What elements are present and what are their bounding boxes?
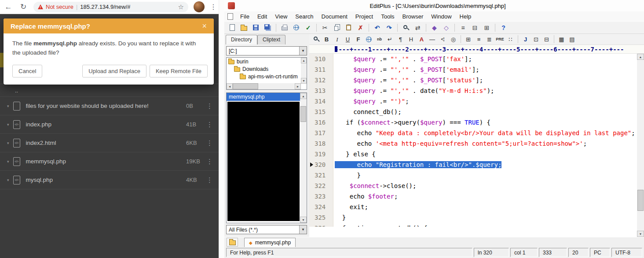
url-text[interactable]: 185.27.134.9/new/# [80,4,130,10]
target-icon[interactable]: ◎ [448,35,458,44]
upload-replace-button[interactable]: Upload and Replace [82,65,146,77]
list-icon[interactable]: ∷ [505,35,516,44]
globe-icon[interactable] [364,35,374,44]
copy-icon[interactable] [331,22,342,33]
save-icon[interactable] [250,22,261,33]
dropdown-icon[interactable]: ▼ [299,47,307,55]
delete-icon[interactable]: ✗ [355,22,366,33]
title-bar[interactable]: EditPlus - [C:\Users\burin\Downloads\mem… [224,0,644,11]
underline-icon[interactable]: U [343,35,353,44]
code-scrollbar[interactable]: ▲ ▼ [637,54,644,237]
toggle-marker-icon[interactable]: ◆ [429,22,440,33]
code-text[interactable]: $connect->close(); [333,181,416,191]
new-window-icon[interactable]: ⊞ [481,22,492,33]
layout-grid-icon[interactable]: ▤ [567,35,577,44]
selected-file[interactable]: memmysql.php [227,93,300,101]
paragraph-icon[interactable]: ¶ [395,35,406,44]
scroll-right-icon[interactable]: ► [295,83,301,89]
scrollbar-thumb[interactable] [300,106,306,122]
undo-icon[interactable]: ↶ [372,22,383,33]
browser-preview-icon[interactable] [291,22,302,33]
menu-file[interactable]: File [236,12,253,21]
file-filter-select[interactable]: All Files (*.*) ▼ [226,225,307,234]
close-icon[interactable]: × [202,22,207,31]
line-break-icon[interactable]: ↵ [385,35,395,44]
pre-icon[interactable]: PRE [495,35,505,44]
table-grid-icon[interactable]: ▦ [556,35,567,44]
replace-icon[interactable]: ⇄ [412,22,423,33]
menu-search[interactable]: Search [291,12,317,21]
form-icon[interactable]: ⊡ [531,35,541,44]
scroll-up-icon[interactable]: ▲ [300,93,307,99]
file-row[interactable]: ▾</>index2.html6KB⋮ [0,134,219,152]
dropdown-icon[interactable]: ▼ [299,225,307,234]
font-color-icon[interactable]: A [417,35,427,44]
frame-icon[interactable]: ⊟ [542,35,552,44]
tree-item-Downloads[interactable]: Downloads [227,65,307,73]
code-text[interactable]: } [333,212,346,223]
menu-document[interactable]: Document [318,12,351,21]
script-icon[interactable]: J [520,35,531,44]
chevron-down-icon[interactable]: ▾ [7,122,9,127]
folder-button[interactable] [227,238,238,247]
scrollbar-thumb[interactable] [637,190,644,211]
code-text[interactable]: $query .= "','" . $_POST['fax']; [333,54,472,64]
heading-icon[interactable]: H [406,35,416,44]
code-text[interactable]: echo $footer; [333,191,398,202]
drive-select[interactable]: [C:] ▼ [226,46,307,55]
row-menu-icon[interactable]: ⋮ [206,158,212,166]
chevron-down-icon[interactable]: ▾ [7,104,9,108]
italic-icon[interactable]: I [332,35,342,44]
scroll-down-icon[interactable]: ▼ [301,78,307,84]
scroll-left-icon[interactable]: ◄ [227,83,233,89]
code-text[interactable]: echo "Keep data : completely<br/>Your da… [333,128,635,138]
keep-remote-button[interactable]: Keep Remote File [150,65,208,77]
file-row[interactable]: ▾</>mysql.php4KB⋮ [0,171,219,189]
code-text[interactable]: function connect_db() { [333,223,428,227]
redo-icon[interactable]: ↷ [384,22,395,33]
context-help-icon[interactable]: ? [498,22,509,33]
code-text[interactable]: if ($connect->query($query) === TRUE) { [333,117,490,128]
tree-vscrollbar[interactable]: ▲ ▼ [301,58,307,84]
spell-check-icon[interactable]: ✓ [303,22,314,33]
code-text[interactable]: } else { [333,149,376,159]
tab-directory[interactable]: Directory [226,35,257,44]
paste-icon[interactable] [343,22,354,33]
scroll-up-icon[interactable]: ▲ [637,54,644,60]
code-text[interactable]: } [333,170,361,181]
chevron-down-icon[interactable]: ▾ [7,178,9,182]
row-menu-icon[interactable]: ⋮ [206,102,212,110]
scrollbar-thumb[interactable] [233,83,258,89]
address-bar[interactable]: ! Not secure | 185.27.134.9/new/# ☆ [33,2,188,12]
row-menu-icon[interactable]: ⋮ [206,176,212,184]
bold-icon[interactable]: B [322,35,332,44]
align-center-icon[interactable]: ≣ [484,35,494,44]
code-text[interactable]: $query .= "')"; [333,96,409,107]
cancel-button[interactable]: Cancel [12,65,42,77]
file-row[interactable]: ▾files for your website should be upload… [0,97,219,115]
code-text[interactable]: echo "Registration : fail<br/>".$query; [333,159,501,170]
menu-project[interactable]: Project [351,12,377,21]
row-menu-icon[interactable]: ⋮ [206,121,212,129]
row-menu-icon[interactable]: ⋮ [206,139,212,147]
hr-icon[interactable]: — [427,35,437,44]
code-text[interactable]: $query .= "','" . $_POST['email']; [333,64,479,75]
align-left-icon[interactable]: ≡ [474,35,484,44]
scroll-down-icon[interactable]: ▼ [300,217,307,223]
split-window-icon[interactable]: ⊟ [469,22,480,33]
document-list-icon[interactable]: ≡ [457,22,468,33]
document-icon[interactable] [227,13,233,20]
code-text[interactable]: connect_db(); [333,107,402,117]
save-all-icon[interactable] [262,22,273,33]
find-icon[interactable] [400,22,411,33]
profile-avatar[interactable] [194,1,205,12]
code-text[interactable]: $query .= "','" . $_POST['status']; [333,75,483,85]
menu-edit[interactable]: Edit [253,12,271,21]
browser-menu-icon[interactable]: ⋮ [210,3,215,11]
document-tab[interactable]: ◆ memmysql.php [244,238,296,247]
zoom-icon[interactable] [311,35,321,44]
menu-window[interactable]: Window [427,12,455,21]
font-icon[interactable]: F [353,35,363,44]
scroll-down-icon[interactable]: ▼ [637,231,644,237]
chevron-down-icon[interactable]: ▾ [7,141,9,145]
